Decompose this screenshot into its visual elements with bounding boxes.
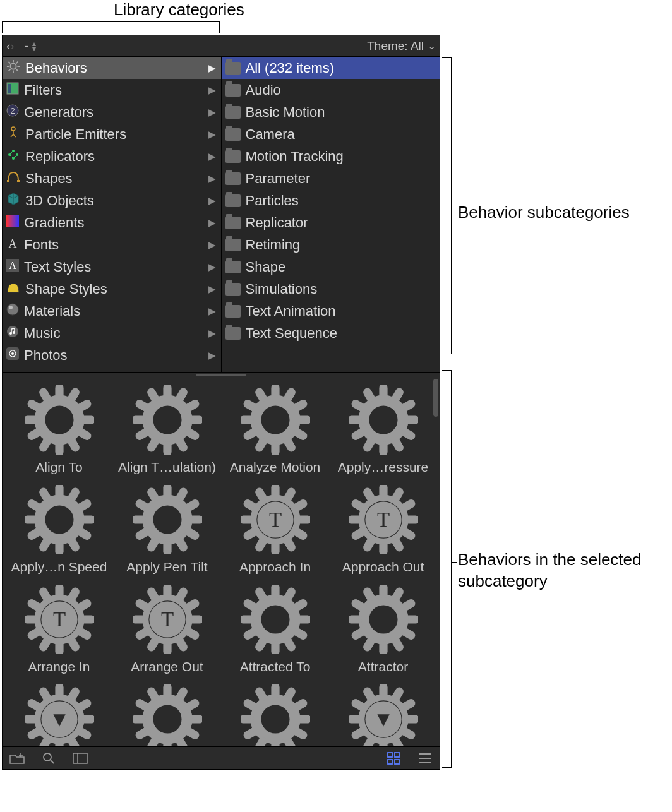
annotation-behaviors-in-subcategory: Behaviors in the selected subcategory [458, 549, 672, 592]
behavior-item[interactable]: Align T…ulation) [113, 381, 221, 479]
category-photos[interactable]: Photos▶ [3, 344, 221, 366]
category-gradients[interactable]: Gradients▶ [3, 212, 221, 234]
category-filters[interactable]: Filters▶ [3, 79, 221, 101]
category-replicators[interactable]: Replicators▶ [3, 145, 221, 167]
annotation-bracket-top [2, 21, 220, 33]
behavior-item[interactable] [113, 681, 221, 739]
svg-rect-10 [7, 180, 9, 182]
gear-icon [25, 385, 94, 458]
category-3d-objects[interactable]: 3D Objects▶ [3, 189, 221, 212]
new-folder-button[interactable] [9, 751, 25, 765]
behavior-item[interactable]: TApproach Out [329, 481, 437, 578]
svg-point-5 [11, 127, 15, 131]
subcategory-camera[interactable]: Camera [222, 123, 440, 145]
path-popup[interactable]: - ▴▾ [25, 39, 36, 53]
annotation-tick-right2 [452, 562, 457, 563]
gear-icon [349, 585, 418, 658]
chevron-right-icon: ▶ [208, 129, 216, 140]
subcategory-audio[interactable]: Audio [222, 79, 440, 101]
list-view-button[interactable] [417, 751, 433, 765]
gradient-icon [6, 215, 19, 231]
photos-icon [6, 347, 19, 364]
subcategory-text[interactable]: Text Animation [222, 300, 440, 322]
svg-text:A: A [9, 237, 17, 249]
path-stepper-icon: ▴▾ [32, 41, 36, 51]
category-particle-emitters[interactable]: Particle Emitters▶ [3, 123, 221, 145]
subcategory-replicator[interactable]: Replicator [222, 212, 440, 234]
behavior-item[interactable]: TArrange In [5, 581, 113, 678]
category-materials[interactable]: Materials▶ [3, 300, 221, 322]
subcategory-basic[interactable]: Basic Motion [222, 101, 440, 123]
category-label: Particle Emitters [25, 126, 126, 143]
behavior-item[interactable]: Attractor [329, 581, 437, 678]
gear-icon [6, 59, 20, 77]
theme-selector[interactable]: Theme: All ⌄ [367, 39, 436, 53]
svg-rect-275 [395, 760, 399, 764]
category-music[interactable]: Music▶ [3, 322, 221, 344]
subcategory-retiming[interactable]: Retiming [222, 234, 440, 256]
behavior-item[interactable]: Analyze Motion [221, 381, 329, 479]
shape-icon [6, 170, 20, 188]
gear-icon [349, 385, 418, 458]
category-label: Shape Styles [25, 281, 107, 297]
search-button[interactable] [40, 751, 57, 765]
subcategory-label: Simulations [246, 281, 318, 297]
behavior-label: Approach Out [342, 559, 424, 575]
category-fonts[interactable]: AFonts▶ [3, 234, 221, 256]
folder-icon [225, 128, 241, 141]
gear-icon: T [241, 485, 310, 558]
gear-icon: T [25, 585, 94, 658]
category-shape-styles[interactable]: Shape Styles▶ [3, 278, 221, 300]
behavior-item[interactable]: ▼ [5, 681, 113, 739]
svg-text:T: T [376, 508, 389, 531]
subcategory-label: Particles [246, 193, 299, 209]
sidebar-toggle-button[interactable] [72, 751, 88, 765]
behavior-item[interactable]: Apply…ressure [329, 381, 437, 479]
subcategory-all[interactable]: All (232 items) [222, 57, 440, 79]
chevron-right-icon: ▶ [208, 239, 216, 251]
behavior-item[interactable]: TArrange Out [113, 581, 221, 678]
category-shapes[interactable]: Shapes▶ [3, 167, 221, 189]
category-text-styles[interactable]: AText Styles▶ [3, 256, 221, 278]
behavior-item[interactable]: ▼ [329, 681, 437, 739]
behavior-item[interactable]: Align To [5, 381, 113, 479]
subcategory-parameter[interactable]: Parameter [222, 167, 440, 189]
subcategory-text[interactable]: Text Sequence [222, 322, 440, 344]
behavior-item[interactable] [221, 681, 329, 739]
grid-view-button[interactable] [385, 751, 402, 765]
filter-icon [6, 82, 19, 99]
category-columns: Behaviors▶Filters▶2Generators▶Particle E… [3, 57, 440, 373]
subcategory-motion[interactable]: Motion Tracking [222, 145, 440, 167]
subcategory-label: Motion Tracking [246, 148, 344, 165]
subcategory-particles[interactable]: Particles [222, 189, 440, 212]
behavior-item[interactable]: TApproach In [221, 481, 329, 578]
category-behaviors[interactable]: Behaviors▶ [3, 57, 221, 79]
behavior-item[interactable]: Apply…n Speed [5, 481, 113, 578]
subcategory-label: All (232 items) [246, 60, 335, 76]
gear-icon [133, 684, 202, 746]
behavior-item[interactable]: Attracted To [221, 581, 329, 678]
generator-icon: 2 [6, 104, 19, 121]
chevron-right-icon: ▶ [208, 195, 216, 206]
behavior-label: Analyze Motion [230, 460, 321, 475]
subcategory-label: Camera [246, 126, 295, 143]
music-icon [6, 325, 19, 342]
subcategory-shape[interactable]: Shape [222, 256, 440, 278]
behavior-item[interactable]: Apply Pen Tilt [113, 481, 221, 578]
subcategory-simulations[interactable]: Simulations [222, 278, 440, 300]
svg-text:T: T [52, 608, 65, 631]
library-panel: ‹ › - ▴▾ Theme: All ⌄ Behaviors▶Filters▶… [2, 35, 440, 770]
category-generators[interactable]: 2Generators▶ [3, 101, 221, 123]
annotation-bracket-right-2 [442, 370, 452, 768]
nav-forward-button[interactable]: › [10, 39, 14, 53]
category-label: 3D Objects [25, 193, 94, 209]
svg-rect-273 [395, 753, 399, 757]
gear-icon: T [133, 585, 202, 658]
chevron-down-icon: ⌄ [428, 40, 436, 52]
category-label: Text Styles [24, 259, 91, 275]
category-label: Music [24, 325, 60, 342]
items-grid-wrapper: Align ToAlign T…ulation)Analyze MotionAp… [3, 376, 440, 746]
annotation-tick-right1 [452, 215, 457, 215]
scrollbar-thumb[interactable] [433, 379, 438, 417]
gear-icon [25, 485, 94, 558]
